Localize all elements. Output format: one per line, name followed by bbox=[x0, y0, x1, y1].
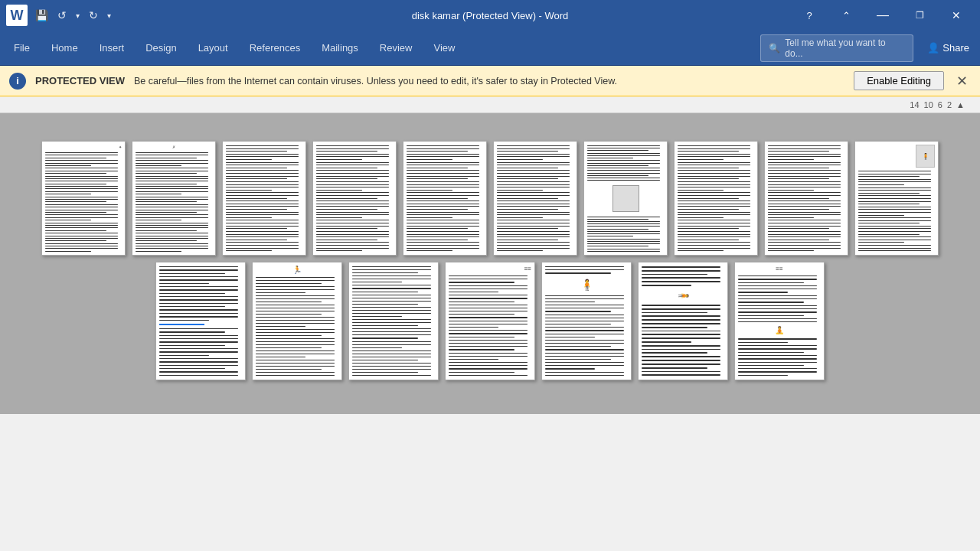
page-content-3 bbox=[223, 142, 305, 255]
page-content-7 bbox=[584, 142, 667, 255]
pages-row-1: ✦ ✗ bbox=[41, 141, 939, 256]
page-content-10: 🧍 bbox=[855, 142, 938, 255]
search-box[interactable]: 🔍 Tell me what you want to do... bbox=[760, 34, 913, 62]
tab-insert[interactable]: Insert bbox=[89, 31, 136, 66]
tab-home[interactable]: Home bbox=[41, 31, 89, 66]
help-icon[interactable]: ? bbox=[792, 3, 827, 28]
restore-button[interactable]: ❐ bbox=[902, 3, 937, 28]
window-title: disk kamar (Protected View) - Word bbox=[412, 10, 569, 21]
tab-references[interactable]: References bbox=[239, 31, 311, 66]
page-content-5 bbox=[403, 142, 486, 255]
page-thumb-16[interactable]: 🧍 bbox=[638, 262, 728, 380]
page-content-14: ≡≡ bbox=[446, 262, 534, 380]
protected-view-label: PROTECTED VIEW bbox=[35, 75, 125, 86]
window-controls: ? ⌃ — ❐ ✕ bbox=[792, 3, 974, 28]
page-content-13 bbox=[349, 262, 438, 380]
quick-access-toolbar: 💾 ↺ ▾ ↻ ▾ bbox=[32, 8, 114, 23]
share-label: Share bbox=[942, 42, 969, 54]
page-content-2: ✗ bbox=[132, 142, 215, 255]
page-thumb-1[interactable]: ✦ bbox=[41, 141, 126, 256]
tab-mailings[interactable]: Mailings bbox=[311, 31, 369, 66]
ruler-numbers: 14 10 6 2 ▲ bbox=[9, 100, 980, 109]
main-document-area: ✦ ✗ bbox=[0, 113, 980, 414]
redo-icon[interactable]: ↻ bbox=[86, 8, 101, 23]
page-thumb-2[interactable]: ✗ bbox=[132, 141, 216, 256]
page-content-17: ≡≡ 🧘 bbox=[735, 262, 824, 380]
page-thumb-17[interactable]: ≡≡ 🧘 bbox=[734, 262, 825, 380]
page-content-4 bbox=[313, 142, 396, 255]
page-thumb-12[interactable]: 🏃 bbox=[252, 262, 342, 380]
protected-view-close-icon[interactable]: ✕ bbox=[953, 73, 971, 90]
undo-icon[interactable]: ↺ bbox=[54, 8, 70, 23]
ribbon-toggle-icon[interactable]: ⌃ bbox=[828, 3, 864, 28]
protected-view-message: Be careful—files from the Internet can c… bbox=[134, 76, 844, 86]
word-logo-icon: W bbox=[6, 5, 28, 26]
page-thumb-6[interactable] bbox=[493, 141, 577, 256]
title-bar: W 💾 ↺ ▾ ↻ ▾ disk kamar (Protected View) … bbox=[0, 0, 980, 31]
ruler-num-10: 10 bbox=[924, 100, 933, 109]
share-button[interactable]: 👤 Share bbox=[920, 42, 977, 54]
page-content-15: 🧍 bbox=[542, 262, 631, 380]
page-content-11 bbox=[156, 262, 245, 380]
info-icon: i bbox=[9, 73, 26, 90]
ribbon-search-area: 🔍 Tell me what you want to do... 👤 Share bbox=[760, 34, 977, 62]
undo-dropdown-icon[interactable]: ▾ bbox=[73, 10, 83, 21]
title-bar-left: W 💾 ↺ ▾ ↻ ▾ bbox=[6, 5, 114, 26]
page-content-1: ✦ bbox=[42, 142, 125, 255]
page-thumb-5[interactable] bbox=[403, 141, 487, 256]
protected-view-bar: i PROTECTED VIEW Be careful—files from t… bbox=[0, 66, 980, 96]
ribbon: File Home Insert Design Layout Reference… bbox=[0, 31, 980, 66]
tab-file[interactable]: File bbox=[3, 31, 41, 66]
page-content-8 bbox=[675, 142, 757, 255]
ruler-num-6: 6 bbox=[938, 100, 942, 109]
ruler: 14 10 6 2 ▲ bbox=[0, 96, 980, 113]
page-thumb-11[interactable] bbox=[155, 262, 246, 380]
page-thumb-8[interactable] bbox=[674, 141, 758, 256]
minimize-button[interactable]: — bbox=[865, 3, 900, 28]
save-icon[interactable]: 💾 bbox=[32, 8, 51, 23]
page-content-9 bbox=[765, 142, 848, 255]
tab-review[interactable]: Review bbox=[369, 31, 423, 66]
page-thumb-14[interactable]: ≡≡ bbox=[445, 262, 535, 380]
enable-editing-button[interactable]: Enable Editing bbox=[854, 71, 944, 90]
ruler-num-14: 14 bbox=[910, 100, 919, 109]
search-placeholder: Tell me what you want to do... bbox=[785, 37, 905, 59]
page-content-16: 🧍 bbox=[639, 262, 727, 380]
tab-view[interactable]: View bbox=[423, 31, 466, 66]
close-button[interactable]: ✕ bbox=[939, 3, 974, 28]
page-thumb-10[interactable]: 🧍 bbox=[854, 141, 939, 256]
page-thumb-3[interactable] bbox=[222, 141, 306, 256]
page-thumb-13[interactable] bbox=[348, 262, 439, 380]
tab-design[interactable]: Design bbox=[135, 31, 187, 66]
page-content-12: 🏃 bbox=[253, 262, 341, 380]
ruler-arrow-icon: ▲ bbox=[956, 100, 965, 109]
page-content-6 bbox=[494, 142, 577, 255]
page-thumb-15[interactable]: 🧍 bbox=[541, 262, 632, 380]
page-thumb-4[interactable] bbox=[312, 141, 397, 256]
share-icon: 👤 bbox=[927, 42, 939, 54]
customize-icon[interactable]: ▾ bbox=[104, 10, 114, 21]
page-thumb-9[interactable] bbox=[764, 141, 848, 256]
page-thumb-7[interactable] bbox=[583, 141, 668, 256]
tab-layout[interactable]: Layout bbox=[188, 31, 239, 66]
ruler-num-2: 2 bbox=[947, 100, 952, 109]
pages-row-2: 🏃 bbox=[155, 262, 825, 380]
pages-container: ✦ ✗ bbox=[41, 129, 939, 399]
search-icon: 🔍 bbox=[769, 43, 780, 54]
